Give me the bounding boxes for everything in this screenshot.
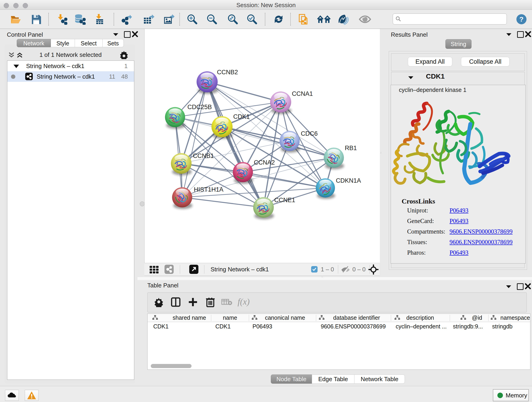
svg-text:RB1: RB1 [345, 145, 357, 152]
svg-text:CCNB2: CCNB2 [217, 69, 238, 76]
svg-text:CDKN1A: CDKN1A [336, 177, 361, 184]
svg-text:HIST1H1A: HIST1H1A [194, 186, 223, 193]
svg-text:CCNA1: CCNA1 [292, 90, 313, 97]
svg-text:CCNA2: CCNA2 [254, 159, 275, 166]
svg-text:CCNB1: CCNB1 [193, 153, 214, 159]
svg-text:CCNE1: CCNE1 [274, 197, 295, 204]
svg-text:CDC25B: CDC25B [187, 104, 212, 110]
svg-text:?: ? [519, 15, 524, 23]
svg-text:CDC6: CDC6 [301, 130, 318, 137]
svg-text:CDK1: CDK1 [233, 113, 250, 120]
